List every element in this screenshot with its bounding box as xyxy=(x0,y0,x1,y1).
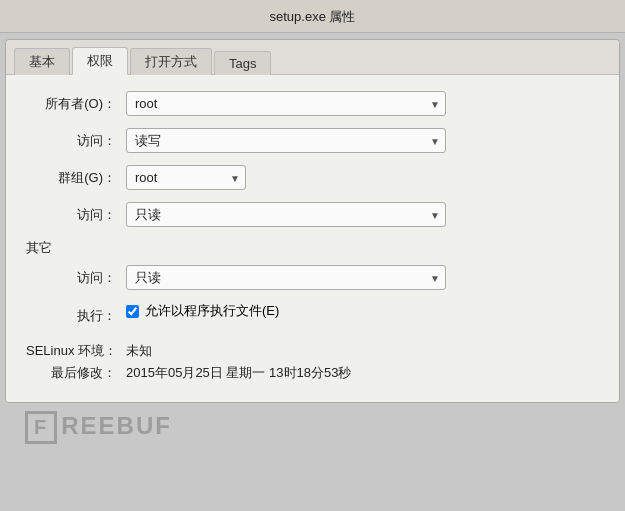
tab-basic[interactable]: 基本 xyxy=(14,48,70,75)
access2-row: 访问： 读写 只读 无 ▼ xyxy=(26,202,599,227)
other-section-title: 其它 xyxy=(26,239,599,257)
modified-value: 2015年05月25日 星期一 13时18分53秒 xyxy=(126,364,351,382)
modified-row: 最后修改： 2015年05月25日 星期一 13时18分53秒 xyxy=(26,364,599,382)
execute-checkbox-label[interactable]: 允许以程序执行文件(E) xyxy=(126,302,279,320)
owner-row: 所有者(O)： root ▼ xyxy=(26,91,599,116)
access2-label: 访问： xyxy=(26,206,116,224)
owner-select[interactable]: root xyxy=(126,91,446,116)
freebuf-watermark: FREEBUF xyxy=(5,411,620,444)
tab-open-with[interactable]: 打开方式 xyxy=(130,48,212,75)
group-row: 群组(G)： root ▼ xyxy=(26,165,599,190)
group-label: 群组(G)： xyxy=(26,169,116,187)
group-select-wrapper: root ▼ xyxy=(126,165,246,190)
access2-select-wrapper: 读写 只读 无 ▼ xyxy=(126,202,446,227)
selinux-label: SELinux 环境： xyxy=(26,342,116,360)
execute-label: 执行： xyxy=(26,307,116,325)
owner-select-wrapper: root ▼ xyxy=(126,91,446,116)
selinux-row: SELinux 环境： 未知 xyxy=(26,342,599,360)
execute-checkbox[interactable] xyxy=(126,305,139,318)
access1-label: 访问： xyxy=(26,132,116,150)
access2-select[interactable]: 读写 只读 无 xyxy=(126,202,446,227)
dialog: 基本 权限 打开方式 Tags 所有者(O)： root ▼ xyxy=(5,39,620,403)
execute-row: 执行： 允许以程序执行文件(E) xyxy=(26,302,599,330)
access3-select[interactable]: 读写 只读 无 xyxy=(126,265,446,290)
group-select[interactable]: root xyxy=(126,165,246,190)
access1-row: 访问： 读写 只读 无 ▼ xyxy=(26,128,599,153)
access3-row: 访问： 读写 只读 无 ▼ xyxy=(26,265,599,290)
freebuf-logo-text: FREEBUF xyxy=(25,411,172,444)
access1-select-wrapper: 读写 只读 无 ▼ xyxy=(126,128,446,153)
selinux-value: 未知 xyxy=(126,342,152,360)
owner-label: 所有者(O)： xyxy=(26,95,116,113)
window-title: setup.exe 属性 xyxy=(270,9,356,24)
title-bar: setup.exe 属性 xyxy=(0,0,625,33)
tab-permissions[interactable]: 权限 xyxy=(72,47,128,75)
access1-select[interactable]: 读写 只读 无 xyxy=(126,128,446,153)
access3-select-wrapper: 读写 只读 无 ▼ xyxy=(126,265,446,290)
tab-tags[interactable]: Tags xyxy=(214,51,271,75)
permissions-content: 所有者(O)： root ▼ 访问： 读写 只读 无 ▼ xyxy=(6,75,619,402)
execute-checkbox-text: 允许以程序执行文件(E) xyxy=(145,302,279,320)
access3-label: 访问： xyxy=(26,269,116,287)
tab-bar: 基本 权限 打开方式 Tags xyxy=(6,40,619,75)
modified-label: 最后修改： xyxy=(26,364,116,382)
